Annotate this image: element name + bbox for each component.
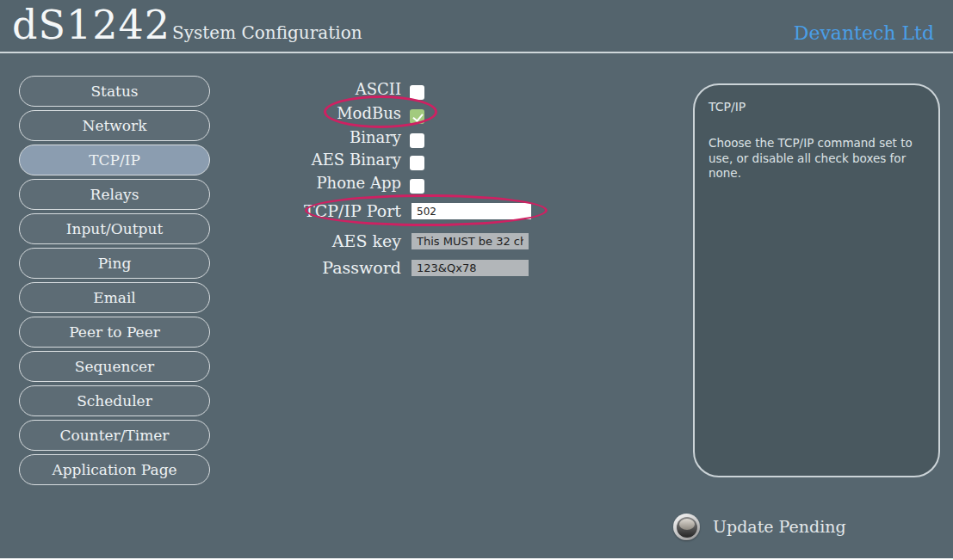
sidebar-item-relays[interactable]: Relays xyxy=(19,179,210,210)
binary-checkbox[interactable] xyxy=(410,133,424,148)
sidebar-item-label: Scheduler xyxy=(77,392,152,409)
password-label: Password xyxy=(229,257,401,278)
modbus-label: ModBus xyxy=(229,103,401,124)
phone-app-row: Phone App xyxy=(229,173,424,194)
phone-app-label: Phone App xyxy=(229,173,401,194)
sidebar-item-sequencer[interactable]: Sequencer xyxy=(19,351,210,382)
sidebar-item-status[interactable]: Status xyxy=(19,76,210,107)
help-panel-body: Choose the TCP/IP command set to use, or… xyxy=(709,136,925,182)
help-panel: TCP/IP Choose the TCP/IP command set to … xyxy=(693,83,940,477)
sidebar-item-label: Input/Output xyxy=(66,220,163,237)
led-highlight xyxy=(679,519,695,530)
sidebar-item-peer-to-peer[interactable]: Peer to Peer xyxy=(19,317,210,348)
device-name: dS1242 xyxy=(12,2,170,48)
help-panel-title: TCP/IP xyxy=(709,100,925,114)
aes-binary-label: AES Binary xyxy=(229,150,401,170)
sidebar-item-label: Sequencer xyxy=(75,358,154,375)
password-row: Password xyxy=(229,257,529,278)
aes-key-input[interactable] xyxy=(412,233,529,249)
sidebar-item-tcpip[interactable]: TCP/IP xyxy=(19,145,210,175)
sidebar-item-input-output[interactable]: Input/Output xyxy=(19,213,210,244)
binary-label: Binary xyxy=(229,127,401,148)
system-configuration-page: dS1242 System Configuration Devantech Lt… xyxy=(0,0,953,560)
password-input[interactable] xyxy=(412,260,529,276)
sidebar-item-email[interactable]: Email xyxy=(19,282,210,313)
brand-name: Devantech Ltd xyxy=(794,22,934,44)
page-title: System Configuration xyxy=(172,22,362,43)
sidebar-item-label: Ping xyxy=(98,255,132,272)
sidebar-item-network[interactable]: Network xyxy=(19,110,210,141)
ascii-label: ASCII xyxy=(229,79,401,100)
sidebar-item-label: Peer to Peer xyxy=(69,323,160,341)
update-pending-led[interactable] xyxy=(673,514,700,540)
sidebar-item-label: Status xyxy=(90,83,138,100)
sidebar-item-label: Relays xyxy=(90,186,139,203)
sidebar-item-ping[interactable]: Ping xyxy=(19,248,210,279)
led-core xyxy=(677,517,697,538)
aes-binary-row: AES Binary xyxy=(229,150,424,170)
modbus-checkbox[interactable] xyxy=(410,109,424,124)
sidebar-item-label: Application Page xyxy=(52,461,176,478)
ascii-row: ASCII xyxy=(229,79,424,100)
aes-key-row: AES key xyxy=(229,231,529,251)
tcpip-port-label: TCP/IP Port xyxy=(229,200,401,221)
tcpip-port-input[interactable] xyxy=(412,203,531,219)
sidebar-nav: Status Network TCP/IP Relays Input/Outpu… xyxy=(19,76,210,489)
tcpip-port-row: TCP/IP Port xyxy=(229,200,531,221)
ascii-checkbox[interactable] xyxy=(410,85,424,100)
sidebar-item-application-page[interactable]: Application Page xyxy=(19,454,210,485)
aes-key-label: AES key xyxy=(229,231,401,251)
sidebar-item-scheduler[interactable]: Scheduler xyxy=(19,385,210,416)
modbus-row: ModBus xyxy=(229,103,424,124)
update-pending-label: Update Pending xyxy=(713,517,846,536)
sidebar-item-label: Network xyxy=(83,117,147,134)
sidebar-item-label: Counter/Timer xyxy=(60,427,170,444)
aes-binary-checkbox[interactable] xyxy=(410,156,424,170)
phone-app-checkbox[interactable] xyxy=(410,179,424,194)
sidebar-item-counter-timer[interactable]: Counter/Timer xyxy=(19,420,210,451)
binary-row: Binary xyxy=(229,127,424,148)
sidebar-item-label: TCP/IP xyxy=(89,151,140,169)
header-bar: dS1242 System Configuration Devantech Lt… xyxy=(0,0,953,53)
sidebar-item-label: Email xyxy=(93,289,136,306)
